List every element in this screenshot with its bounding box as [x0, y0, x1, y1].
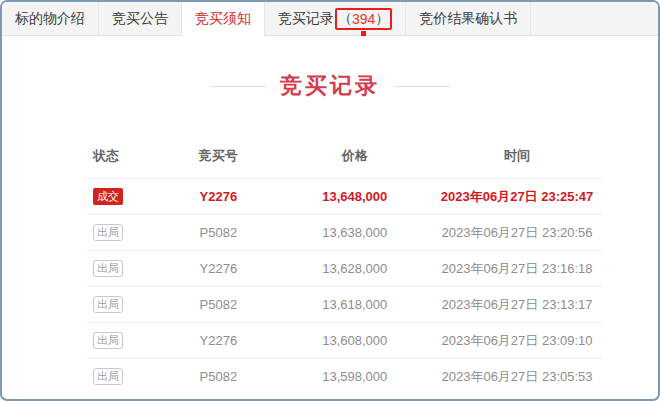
price-cell: 13,608,000: [278, 323, 433, 359]
bidder-cell: P5082: [159, 359, 277, 395]
record-count: 394: [352, 11, 375, 27]
bidder-cell: Y2276: [159, 323, 277, 359]
tab-label: 竞买须知: [195, 10, 251, 28]
annotation-pointer-dot: [361, 31, 366, 36]
status-badge: 出局: [93, 368, 123, 385]
price-cell: 13,618,000: [278, 287, 433, 323]
bidder-cell: Y2276: [159, 251, 277, 287]
bidder-cell: P5082: [159, 287, 277, 323]
time-cell: 2023年06月27日 23:09:10: [432, 323, 602, 359]
tab-0[interactable]: 标的物介绍: [2, 2, 99, 35]
bidder-cell: P5082: [159, 215, 277, 251]
status-badge: 出局: [93, 224, 123, 241]
tab-label: 竞买记录: [278, 10, 334, 28]
annotation-highlight-box: （394）: [335, 8, 392, 30]
page-title-row: 竞买记录: [2, 71, 658, 101]
tab-bar-filler: [531, 2, 658, 35]
title-decor-line-left: [210, 86, 266, 87]
tab-3[interactable]: 竞买记录（394）: [265, 2, 406, 35]
price-cell: 13,648,000: [278, 179, 433, 215]
price-cell: 13,628,000: [278, 251, 433, 287]
column-header: 时间: [432, 137, 602, 179]
bidder-cell: Y2276: [159, 179, 277, 215]
table-header-row: 状态竞买号价格时间: [87, 137, 602, 179]
count-paren-open: （: [338, 10, 352, 28]
bid-records-table: 状态竞买号价格时间 成交Y227613,648,0002023年06月27日 2…: [87, 137, 602, 395]
status-badge: 出局: [93, 260, 123, 277]
price-cell: 13,638,000: [278, 215, 433, 251]
table-row: 出局P508213,618,0002023年06月27日 23:13:17: [87, 287, 602, 323]
time-cell: 2023年06月27日 23:05:53: [432, 359, 602, 395]
column-header: 价格: [278, 137, 433, 179]
tab-2[interactable]: 竞买须知: [182, 2, 265, 36]
column-header: 竞买号: [159, 137, 277, 179]
tab-4[interactable]: 竞价结果确认书: [406, 2, 531, 35]
page-title: 竞买记录: [280, 71, 380, 101]
table-row: 出局P508213,638,0002023年06月27日 23:20:56: [87, 215, 602, 251]
table-row: 成交Y227613,648,0002023年06月27日 23:25:47: [87, 179, 602, 215]
time-cell: 2023年06月27日 23:13:17: [432, 287, 602, 323]
status-badge: 出局: [93, 296, 123, 313]
tab-label: 竞买公告: [112, 10, 168, 28]
price-cell: 13,598,000: [278, 359, 433, 395]
tab-label: 竞价结果确认书: [419, 10, 517, 28]
title-decor-line-right: [394, 86, 450, 87]
count-paren-close: ）: [375, 10, 389, 28]
bid-records-panel: 标的物介绍竞买公告竞买须知竞买记录（394）竞价结果确认书 竞买记录 状态竞买号…: [0, 0, 660, 401]
table-row: 出局Y227613,628,0002023年06月27日 23:16:18: [87, 251, 602, 287]
tab-bar: 标的物介绍竞买公告竞买须知竞买记录（394）竞价结果确认书: [2, 2, 658, 36]
tab-label: 标的物介绍: [15, 10, 85, 28]
status-badge: 出局: [93, 332, 123, 349]
time-cell: 2023年06月27日 23:25:47: [432, 179, 602, 215]
table-row: 出局Y227613,608,0002023年06月27日 23:09:10: [87, 323, 602, 359]
time-cell: 2023年06月27日 23:20:56: [432, 215, 602, 251]
status-badge: 成交: [93, 188, 123, 205]
time-cell: 2023年06月27日 23:16:18: [432, 251, 602, 287]
table-body: 成交Y227613,648,0002023年06月27日 23:25:47出局P…: [87, 179, 602, 395]
table-row: 出局P508213,598,0002023年06月27日 23:05:53: [87, 359, 602, 395]
column-header: 状态: [87, 137, 159, 179]
tab-1[interactable]: 竞买公告: [99, 2, 182, 35]
